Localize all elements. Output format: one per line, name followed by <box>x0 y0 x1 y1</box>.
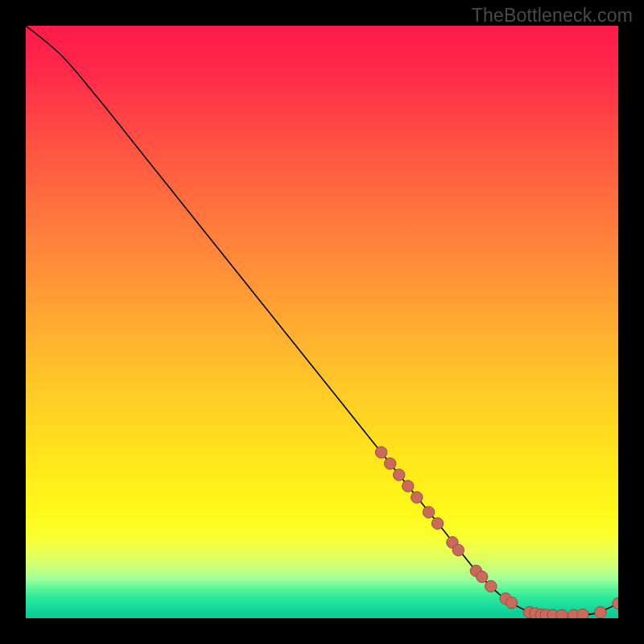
data-marker <box>556 609 568 618</box>
data-marker <box>577 609 588 618</box>
data-marker <box>595 606 606 617</box>
chart-svg <box>26 26 618 618</box>
data-marker <box>613 597 618 609</box>
data-marker <box>375 447 386 458</box>
bottleneck-curve <box>26 26 618 616</box>
data-marker <box>402 481 414 492</box>
data-marker <box>393 469 404 481</box>
watermark-text: TheBottleneck.com <box>472 5 633 27</box>
data-marker <box>477 571 488 582</box>
chart-stage: TheBottleneck.com <box>0 0 644 644</box>
data-marker <box>485 580 497 592</box>
data-marker <box>431 518 443 529</box>
data-marker <box>384 458 395 469</box>
data-marker <box>411 492 423 503</box>
data-marker <box>423 506 434 518</box>
data-marker <box>452 544 464 555</box>
data-marker <box>506 597 517 609</box>
plot-area <box>26 26 618 618</box>
